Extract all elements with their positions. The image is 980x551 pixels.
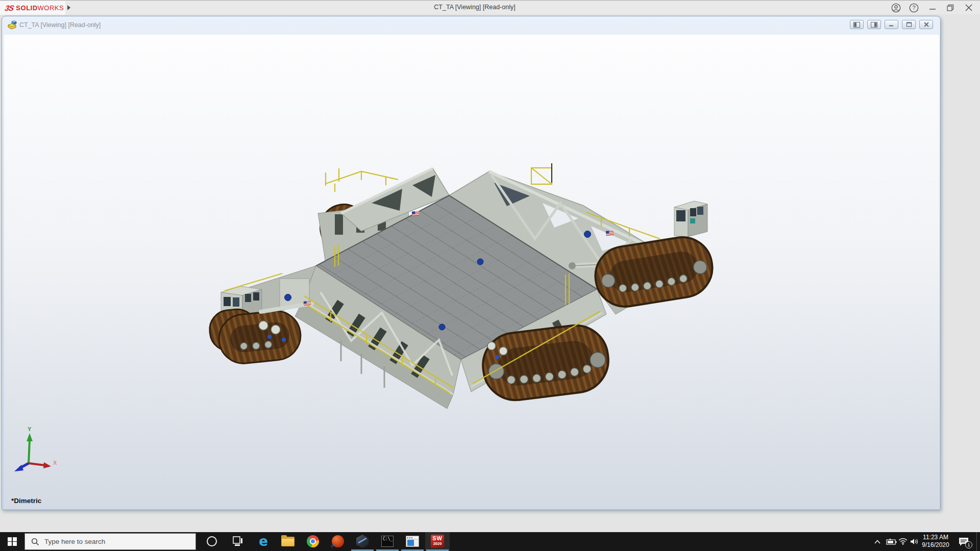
tray-time: 11:23 AM: [921, 534, 950, 541]
start-button[interactable]: [0, 532, 24, 551]
doc-minimize-button[interactable]: [885, 20, 898, 29]
taskbar-icon-command-prompt[interactable]: C:\_: [381, 535, 394, 548]
windows-logo-icon: [8, 537, 17, 546]
account-icon[interactable]: [888, 2, 903, 13]
taskbar-icon-screen-capture[interactable]: ✂: [331, 535, 345, 548]
help-icon: ?: [909, 3, 919, 13]
triad-x-label: X: [53, 460, 57, 466]
solidworks-titlebar: 3S SOLIDWORKS CT_TA [Viewing] [Read-only…: [0, 0, 980, 14]
doc-close-button[interactable]: [919, 20, 933, 29]
show-left-pane-button[interactable]: [850, 20, 864, 29]
taskbar-icon-solidworks-2020[interactable]: SW 2020: [431, 535, 444, 548]
task-view-icon: [233, 536, 243, 546]
solidworks-icon: SW 2020: [431, 535, 444, 548]
svg-text:?: ?: [912, 5, 915, 11]
taskbar-icon-edge[interactable]: e: [257, 535, 270, 548]
help-button[interactable]: ?: [906, 2, 921, 13]
part-document-icon: [7, 20, 17, 30]
account-icon-glyph: [891, 3, 901, 13]
tray-volume[interactable]: [908, 532, 920, 551]
speaker-icon: [910, 538, 919, 545]
notification-count-badge: 1: [965, 541, 972, 548]
minimize-icon: [929, 5, 936, 11]
taskbar-icon-file-explorer[interactable]: [281, 535, 295, 548]
close-icon: [965, 4, 972, 11]
doc-close-icon: [923, 22, 929, 27]
cortana-icon: [207, 536, 217, 546]
show-desktop-button[interactable]: [976, 532, 980, 551]
chevron-up-icon: [874, 540, 880, 544]
show-right-pane-button[interactable]: [867, 20, 881, 29]
graphics-viewport[interactable]: Y X *Dimetric: [4, 35, 939, 509]
search-icon: [31, 538, 39, 546]
desktop: 3S SOLIDWORKS CT_TA [Viewing] [Read-only…: [0, 0, 980, 551]
crawler-transporter-model: [4, 35, 939, 509]
chrome-icon: [307, 535, 319, 547]
orientation-triad[interactable]: Y X: [8, 426, 64, 482]
taskbar-icon-cortana[interactable]: [205, 535, 218, 548]
window-title: CT_TA [Viewing] [Read-only]: [0, 4, 949, 11]
doc-maximize-button[interactable]: [902, 20, 916, 29]
battery-icon: [886, 539, 897, 545]
edge-icon: e: [259, 535, 268, 548]
tray-clock[interactable]: 11:23 AM 9/16/2020: [921, 534, 950, 549]
tray-date: 9/16/2020: [921, 541, 950, 549]
tray-network[interactable]: [897, 532, 909, 551]
view-orientation-label: *Dimetric: [11, 497, 41, 505]
taskbar-icon-system-window[interactable]: [406, 535, 419, 548]
document-window: CT_TA [Viewing] [Read-only]: [2, 16, 941, 510]
file-explorer-icon: [281, 537, 295, 546]
wifi-icon: [898, 538, 908, 545]
document-titlebar[interactable]: CT_TA [Viewing] [Read-only]: [2, 16, 940, 35]
system-window-icon: [406, 536, 419, 547]
doc-maximize-icon: [906, 22, 912, 27]
minimize-button[interactable]: [925, 2, 940, 13]
document-title: CT_TA [Viewing] [Read-only]: [19, 21, 101, 29]
triad-y-label: Y: [28, 426, 32, 432]
taskbar-icon-task-view[interactable]: [231, 535, 244, 548]
command-prompt-icon: C:\_: [381, 536, 394, 547]
taskbar-search-input[interactable]: Type here to search: [24, 533, 196, 550]
search-placeholder: Type here to search: [44, 538, 105, 545]
doc-minimize-icon: [889, 22, 895, 27]
taskbar-icon-chrome[interactable]: [306, 535, 320, 548]
taskbar-icon-edrawings[interactable]: [356, 535, 369, 548]
tray-overflow-chevron[interactable]: [871, 532, 884, 551]
screen-capture-icon: ✂: [332, 535, 344, 547]
close-button[interactable]: [961, 2, 976, 13]
restore-button[interactable]: [943, 2, 958, 13]
left-pane-icon: [853, 22, 860, 28]
action-center-button[interactable]: 1: [953, 532, 974, 551]
right-pane-icon: [871, 22, 877, 28]
edrawings-hexagon-icon: [356, 535, 369, 548]
restore-icon: [947, 4, 954, 11]
